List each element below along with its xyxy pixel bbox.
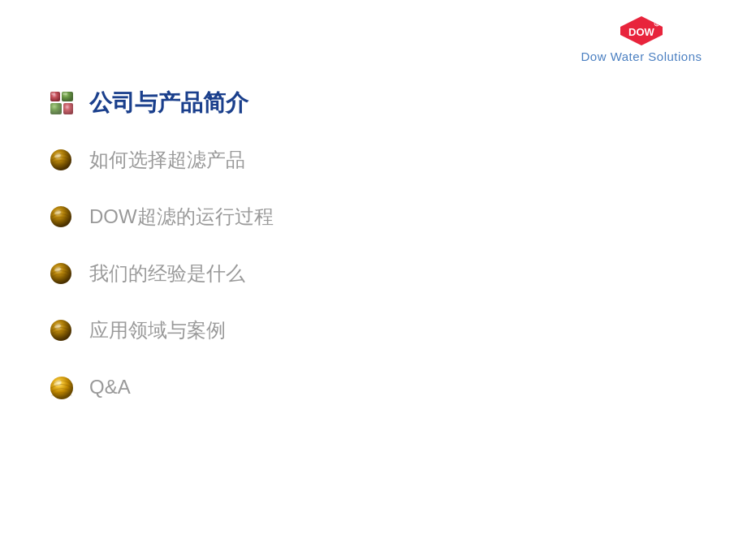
menu-label-applications: 应用领域与案例 [89, 319, 226, 342]
svg-point-10 [50, 149, 71, 170]
menu-item-how-to-choose[interactable]: 如何选择超滤产品 [49, 148, 715, 174]
menu-item-company-intro[interactable]: 公司与产品简介 [49, 89, 715, 117]
bullet-icon-sphere-2 [49, 205, 75, 230]
svg-rect-7 [63, 103, 73, 114]
svg-text:DOW: DOW [628, 26, 655, 38]
menu-item-applications[interactable]: 应用领域与案例 [49, 318, 715, 344]
svg-rect-6 [50, 103, 62, 114]
dow-logo: DOW R [620, 15, 663, 46]
menu-label-qa: Q&A [89, 376, 131, 399]
svg-rect-8 [51, 93, 55, 95]
menu-item-experience[interactable]: 我们的经验是什么 [49, 261, 715, 287]
menu-item-qa[interactable]: Q&A [49, 375, 715, 401]
svg-point-16 [50, 320, 71, 341]
menu-label-how-to-choose: 如何选择超滤产品 [89, 149, 245, 172]
header: DOW R Dow Water Solutions [536, 0, 747, 71]
menu-label-company-intro: 公司与产品简介 [89, 89, 248, 117]
svg-rect-9 [63, 93, 67, 95]
svg-point-12 [50, 206, 71, 227]
menu-label-dow-operation: DOW超滤的运行过程 [89, 205, 274, 229]
svg-text:R: R [656, 23, 658, 27]
bullet-icon-sphere-4 [49, 318, 75, 344]
bullet-icon-sphere-gold [49, 375, 75, 401]
bullet-icon-sphere-3 [49, 261, 75, 287]
bullet-icon-sphere-1 [49, 148, 75, 174]
bullet-icon-flower [49, 90, 75, 116]
menu-label-experience: 我们的经验是什么 [89, 262, 245, 286]
menu-item-dow-operation[interactable]: DOW超滤的运行过程 [49, 205, 715, 230]
svg-point-14 [50, 263, 71, 284]
brand-name: Dow Water Solutions [581, 50, 702, 63]
main-content: 公司与产品简介 如何选择超滤产品 [49, 89, 715, 432]
